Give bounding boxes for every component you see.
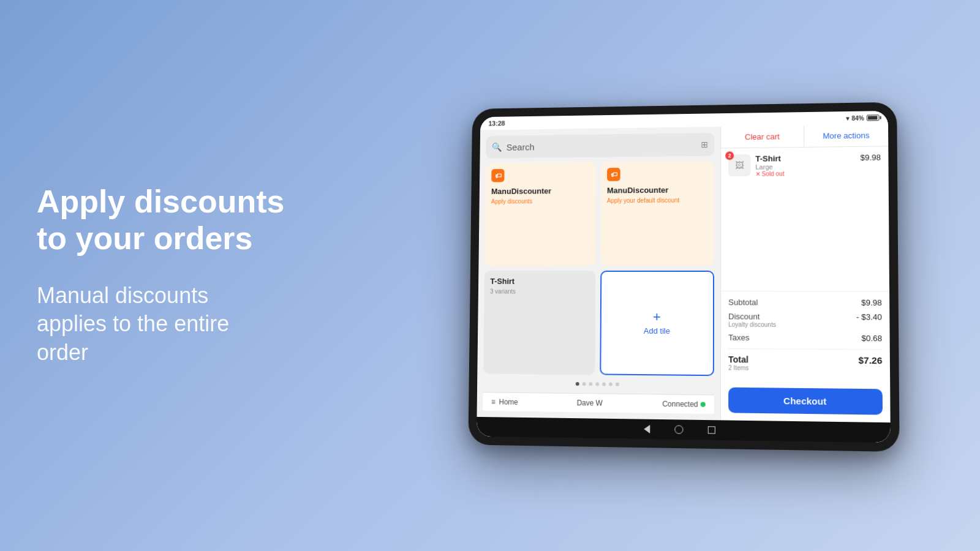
cart-items: 2 🖼 T-Shirt Large ✕ Sold out (721, 146, 889, 291)
pos-right: Clear cart More actions 2 🖼 T-Shirt (720, 124, 891, 422)
subtotal-label: Subtotal (728, 298, 758, 307)
tile-icon-1: 🏷 (491, 169, 504, 182)
taxes-label: Taxes (728, 333, 749, 342)
home-label: Home (499, 398, 518, 407)
tile-title-2: ManuDiscounter (607, 185, 708, 195)
left-panel: Apply discountsto your orders Manual dis… (0, 135, 380, 416)
dot-1 (576, 382, 579, 386)
tile-subtitle-1: Apply discounts (491, 198, 590, 205)
wifi-icon: ▾ (846, 114, 849, 121)
headline: Apply discountsto your orders (37, 184, 343, 257)
cart-item: 2 🖼 T-Shirt Large ✕ Sold out (728, 152, 881, 178)
nav-home[interactable]: ≡ Home (491, 397, 518, 406)
dot-4 (595, 382, 599, 386)
dot-2 (582, 382, 586, 386)
dot-5 (602, 382, 606, 386)
discount-label-group: Discount Loyalty discounts (728, 312, 776, 328)
search-text: Search (507, 140, 696, 152)
tablet-wrapper: 13:28 ▾ 84% 🔍 Search ⊞ (380, 104, 980, 447)
cart-header: Clear cart More actions (721, 124, 888, 148)
discount-row: Discount Loyalty discounts - $3.40 (728, 312, 882, 328)
taxes-value: $0.68 (861, 334, 882, 343)
total-value: $7.26 (858, 355, 882, 366)
tablet: 13:28 ▾ 84% 🔍 Search ⊞ (468, 102, 899, 452)
tile-title-1: ManuDiscounter (491, 186, 590, 196)
dot-3 (589, 382, 592, 386)
recents-button[interactable] (708, 426, 715, 433)
total-row-final: Total 2 Items $7.26 (728, 348, 882, 373)
tile-icon-2: 🏷 (607, 168, 620, 181)
add-tile-label: Add tile (644, 326, 670, 335)
subtotal-value: $9.98 (861, 298, 882, 307)
taxes-row: Taxes $0.68 (728, 333, 882, 343)
cart-item-info: T-Shirt Large ✕ Sold out (755, 153, 855, 178)
user-label: Dave W (577, 399, 603, 408)
tile-manudiscounter-1[interactable]: 🏷 ManuDiscounter Apply discounts (484, 162, 597, 266)
tile-title-3: T-Shirt (490, 276, 589, 285)
item-image-placeholder: 🖼 (735, 160, 744, 170)
home-button[interactable] (674, 425, 683, 433)
cart-item-name: T-Shirt (755, 153, 855, 163)
clear-cart-button[interactable]: Clear cart (721, 126, 804, 148)
dot-6 (609, 383, 612, 386)
tile-subtitle-3: 3 variants (490, 288, 589, 294)
cart-item-thumbnail: 2 🖼 (728, 154, 750, 176)
more-actions-button[interactable]: More actions (804, 124, 888, 147)
tiles-grid: 🏷 ManuDiscounter Apply discounts 🏷 ManuD… (483, 161, 714, 377)
menu-icon: ≡ (491, 397, 496, 406)
battery-icon (867, 114, 880, 121)
x-icon: ✕ (755, 171, 760, 178)
search-bar[interactable]: 🔍 Search ⊞ (486, 133, 714, 159)
status-right: ▾ 84% (846, 114, 879, 122)
total-label-group: Total 2 Items (728, 354, 748, 372)
discount-value: - $3.40 (856, 312, 882, 321)
back-button[interactable] (644, 425, 650, 433)
add-tile-button[interactable]: + Add tile (600, 270, 714, 376)
discount-label: Discount (728, 312, 776, 321)
status-time: 13:28 (488, 119, 505, 127)
pos-left: 🔍 Search ⊞ 🏷 ManuDiscounter Apply disco (477, 127, 720, 420)
bottom-nav: ≡ Home Dave W Connected (483, 392, 714, 414)
grid-icon: ⊞ (701, 140, 708, 149)
tile-tshirt[interactable]: T-Shirt 3 variants (483, 271, 596, 375)
pagination-dots (483, 379, 714, 390)
subtotal-row: Subtotal $9.98 (728, 298, 882, 307)
tile-subtitle-2: Apply your default discount (607, 197, 708, 204)
tablet-screen: 13:28 ▾ 84% 🔍 Search ⊞ (477, 111, 891, 443)
dot-7 (616, 383, 619, 386)
total-items-count: 2 Items (728, 364, 748, 371)
connected-badge: Connected (662, 400, 705, 409)
checkout-button[interactable]: Checkout (728, 388, 883, 415)
subtext: Manual discountsapplies to the entireord… (37, 282, 343, 367)
search-icon: 🔍 (492, 142, 502, 152)
battery-percent: 84% (851, 114, 864, 121)
add-plus-icon: + (653, 310, 661, 324)
tile-manudiscounter-2[interactable]: 🏷 ManuDiscounter Apply your default disc… (600, 161, 714, 266)
cart-item-price: $9.98 (861, 152, 881, 162)
connected-label: Connected (662, 400, 698, 409)
cart-item-sold-out: ✕ Sold out (755, 170, 855, 178)
discount-sublabel: Loyalty discounts (728, 321, 776, 328)
screen-content: 🔍 Search ⊞ 🏷 ManuDiscounter Apply disco (477, 124, 890, 422)
total-label: Total (728, 354, 748, 364)
cart-item-badge: 2 (725, 151, 734, 160)
connected-dot (701, 402, 706, 407)
cart-totals: Subtotal $9.98 Discount Loyalty discount… (721, 291, 890, 384)
